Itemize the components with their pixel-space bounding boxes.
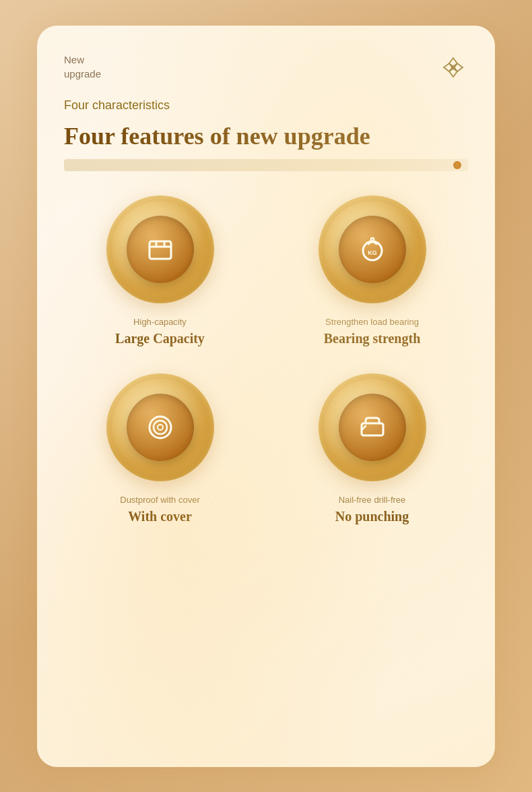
bearing-strength-icon-outer: KG [319,195,426,303]
no-punching-main-label: No punching [335,509,409,524]
no-punching-icon-outer [319,373,426,481]
large-capacity-main-label: Large Capacity [115,331,205,346]
main-title: Four features of new upgrade [64,122,468,151]
feature-bearing-strength: KG Strengthen load bearing Bearing stren… [276,195,468,346]
with-cover-icon-inner [127,394,194,461]
svg-text:KG: KG [368,249,377,256]
with-cover-icon-outer [106,373,214,481]
svg-rect-0 [149,241,171,259]
page-background: New upgrade Four characteristics Four fe… [0,0,532,792]
weight-icon: KG [355,232,390,267]
large-capacity-icon-outer [106,195,214,303]
four-char-label: Four characteristics [64,98,468,113]
bearing-strength-sub-label: Strengthen load bearing [325,317,419,327]
no-punching-sub-label: Nail-free drill-free [339,495,406,505]
card-header: New upgrade [64,53,468,82]
new-upgrade-label: New upgrade [64,53,101,81]
feature-with-cover: Dustproof with cover With cover [64,373,256,524]
large-capacity-icon-inner [127,216,194,283]
feature-large-capacity: High-capacity Large Capacity [64,195,256,346]
with-cover-main-label: With cover [128,509,192,524]
with-cover-sub-label: Dustproof with cover [120,495,200,505]
no-punch-icon [355,410,390,445]
cover-icon [143,410,178,445]
bearing-strength-main-label: Bearing strength [324,331,421,346]
box-icon [143,232,178,267]
bearing-strength-icon-inner: KG [339,216,406,283]
diamond-logo-icon [438,53,468,82]
svg-point-4 [154,421,167,434]
features-grid: High-capacity Large Capacity KG Stren [64,195,468,524]
svg-rect-6 [362,423,383,435]
large-capacity-sub-label: High-capacity [133,317,187,327]
subtitle-bar [64,159,468,171]
svg-point-5 [158,425,163,430]
main-card: New upgrade Four characteristics Four fe… [37,26,495,767]
feature-no-punching: Nail-free drill-free No punching [276,373,468,524]
no-punching-icon-inner [339,394,406,461]
